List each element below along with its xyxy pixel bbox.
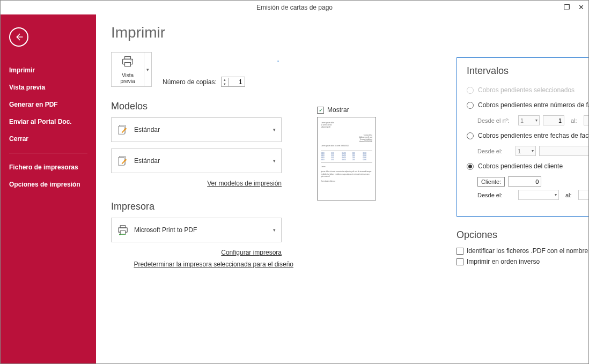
predeterminar-impresora-link[interactable]: Predeterminar la impresora seleccionada …	[111, 261, 293, 268]
desde-cliente-label: Desde el:	[477, 192, 515, 198]
svg-rect-0	[125, 57, 131, 60]
svg-rect-5	[119, 127, 124, 135]
radio-del-cliente[interactable]	[467, 163, 474, 170]
hasta-n-input[interactable]	[584, 115, 588, 125]
document-icon	[117, 155, 129, 167]
impresora-combo[interactable]: Microsoft Print to PDF ▾	[111, 218, 282, 242]
copies-row: Número de copias: ▴ ▾	[163, 77, 245, 87]
al-label: al:	[571, 117, 577, 124]
copies-up[interactable]: ▴	[222, 78, 228, 82]
copies-input[interactable]	[229, 77, 245, 86]
window-title: Emisión de cartas de pago	[256, 4, 333, 11]
sidebar-item-fichero-impresoras[interactable]: Fichero de impresoras	[1, 159, 96, 176]
radio-entre-numeros[interactable]	[467, 102, 474, 109]
loading-dot: ·	[277, 57, 283, 63]
cliente-label: Cliente:	[477, 177, 505, 187]
intervalos-header: Intervalos	[467, 65, 588, 77]
sidebar-item-cerrar[interactable]: Cerrar	[1, 130, 96, 147]
sidebar-item-enviar-portal[interactable]: Enviar al Portal Doc.	[1, 113, 96, 130]
sidebar-separator	[9, 153, 87, 153]
identificar-pdf-checkbox[interactable]	[457, 248, 463, 255]
vista-previa-box: Vista previa ▾	[111, 52, 152, 87]
printer-icon	[114, 56, 142, 70]
modelo-combo-2-label: Estándar	[134, 157, 273, 165]
orden-inverso-label: Imprimir en orden inverso	[467, 258, 540, 265]
close-button[interactable]: ✕	[577, 3, 585, 11]
desde-n-input[interactable]	[543, 115, 564, 125]
ver-modelos-link[interactable]: Ver modelos de impresión	[111, 180, 282, 187]
page-title: Imprimir	[111, 24, 572, 41]
sidebar-item-vista-previa[interactable]: Vista previa	[1, 79, 96, 96]
printer-icon	[117, 224, 129, 236]
opciones-header: Opciones	[457, 229, 588, 241]
configurar-impresora-link[interactable]: Configurar impresora	[111, 249, 282, 256]
content: Imprimir Vista previa ▾ Número de copias…	[96, 14, 588, 363]
svg-rect-10	[120, 231, 126, 234]
desde-fecha-label: Desde el:	[477, 148, 512, 154]
modelo-combo-1[interactable]: Estándar ▾	[111, 117, 282, 142]
preview-thumbnail[interactable]: Lorem ipsum dolorsit amet consecadipisci…	[317, 117, 376, 200]
chevron-down-icon: ▾	[273, 227, 276, 233]
identificar-pdf-label: Identificar los ficheros .PDF con el nom…	[467, 247, 588, 255]
vista-previa-label: Vista previa	[114, 72, 142, 84]
back-button[interactable]	[9, 27, 28, 47]
modelo-combo-2[interactable]: Estándar ▾	[111, 148, 282, 173]
radio-seleccionados-label: Cobros pendientes seleccionados	[478, 86, 575, 94]
copies-spinner: ▴ ▾	[221, 77, 245, 87]
copies-down[interactable]: ▾	[222, 82, 228, 86]
desde-n-label: Desde el nº:	[477, 117, 515, 124]
vista-previa-dropdown[interactable]: ▾	[144, 53, 151, 86]
sidebar-item-opciones-impresion[interactable]: Opciones de impresión	[1, 176, 96, 193]
cliente-input[interactable]	[508, 176, 541, 187]
radio-seleccionados	[467, 87, 474, 94]
desde-n-series[interactable]: 1▾	[518, 115, 540, 125]
maximize-button[interactable]: ❐	[563, 3, 571, 11]
desde-fecha-date[interactable]: ▾	[539, 146, 588, 156]
radio-entre-numeros-label: Cobros pendientes entre números de factu…	[478, 101, 588, 109]
desde-cliente-date[interactable]: ▾	[518, 190, 559, 200]
arrow-left-icon	[14, 32, 24, 42]
hasta-cliente-date[interactable]: ▾	[578, 190, 588, 200]
radio-entre-fechas[interactable]	[467, 132, 474, 139]
al-cliente-label: al:	[565, 192, 572, 198]
chevron-down-icon: ▾	[273, 158, 276, 164]
impresora-combo-label: Microsoft Print to PDF	[134, 226, 273, 234]
radio-entre-fechas-label: Cobros pendientes entre fechas de factur…	[478, 132, 588, 139]
svg-rect-7	[119, 158, 124, 166]
svg-point-11	[119, 234, 121, 235]
modelo-combo-1-label: Estándar	[134, 126, 273, 133]
copies-label: Número de copias:	[163, 78, 217, 86]
desde-fecha-series[interactable]: 1▾	[516, 146, 536, 156]
svg-rect-8	[120, 226, 126, 228]
impresora-header: Impresora	[111, 201, 293, 212]
sidebar: Imprimir Vista previa Generar en PDF Env…	[1, 14, 96, 363]
orden-inverso-checkbox[interactable]	[457, 258, 463, 265]
svg-point-3	[131, 61, 132, 62]
sidebar-item-imprimir[interactable]: Imprimir	[1, 62, 96, 79]
intervalos-panel: Intervalos Cobros pendientes seleccionad…	[457, 57, 588, 217]
radio-del-cliente-label: Cobros pendientes del cliente	[478, 162, 563, 170]
mostrar-checkbox[interactable]: ✓	[317, 107, 324, 114]
document-icon	[117, 124, 129, 136]
svg-rect-2	[125, 63, 131, 66]
titlebar: Emisión de cartas de pago ❐ ✕	[1, 1, 588, 14]
mostrar-label: Mostrar	[327, 106, 349, 114]
sidebar-item-generar-pdf[interactable]: Generar en PDF	[1, 96, 96, 113]
chevron-down-icon: ▾	[273, 127, 276, 132]
modelos-header: Modelos	[111, 101, 293, 112]
vista-previa-button[interactable]: Vista previa	[112, 53, 144, 86]
